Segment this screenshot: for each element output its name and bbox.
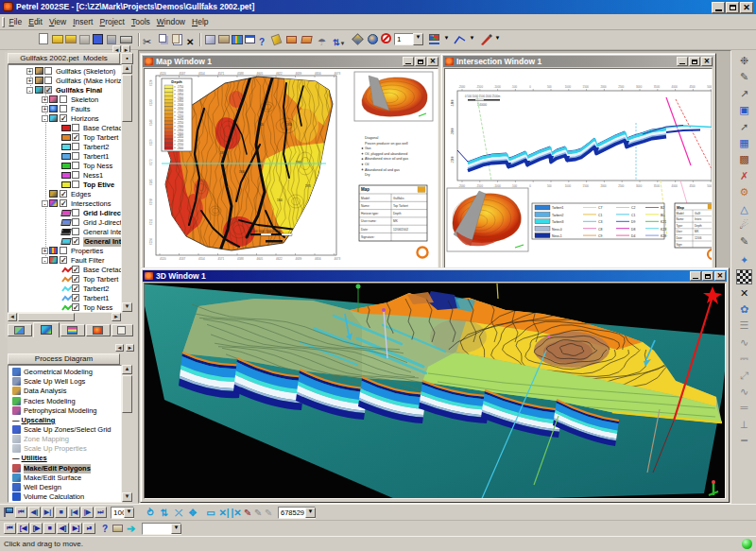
svg-text:4000: 4000: [672, 184, 679, 188]
svg-text:4656: 4656: [315, 257, 321, 261]
svg-text:1920: 1920: [258, 123, 264, 127]
svg-text:1950: 1950: [286, 123, 292, 127]
svg-text:C3: C3: [598, 220, 602, 224]
svg-text:4537: 4537: [180, 257, 186, 261]
svg-text:Oil: Oil: [365, 163, 369, 166]
svg-text:K28: K28: [661, 234, 666, 238]
svg-text:6172: 6172: [149, 159, 153, 165]
svg-text:C2: C2: [631, 206, 635, 210]
svg-text:Sign:: Sign:: [677, 243, 683, 247]
svg-text:5000: 5000: [707, 184, 713, 188]
svg-text:6211: 6211: [149, 218, 153, 225]
svg-text:-2200: -2200: [451, 156, 455, 164]
svg-text:Tarbert1: Tarbert1: [552, 206, 564, 210]
svg-text:4500: 4500: [689, 85, 696, 89]
svg-text:4622: 4622: [276, 257, 283, 261]
svg-text:K21: K21: [661, 220, 666, 224]
svg-text:C8: C8: [598, 228, 602, 232]
svg-text:-2600: -2600: [177, 146, 184, 150]
svg-text:-2000: -2000: [451, 128, 455, 135]
svg-text:-2000: -2000: [458, 184, 466, 188]
svg-text:Inters: Inters: [695, 217, 702, 221]
svg-text:Ness-0: Ness-0: [552, 228, 562, 232]
svg-text:Proven producer on gas well: Proven producer on gas well: [365, 142, 408, 146]
svg-text:Type:: Type:: [677, 224, 683, 228]
svg-text:4500: 4500: [689, 184, 696, 188]
svg-text:-1800: -1800: [451, 99, 455, 107]
svg-text:6224: 6224: [149, 238, 153, 245]
svg-text:6146: 6146: [149, 119, 153, 126]
svg-text:-1500: -1500: [476, 184, 484, 188]
svg-text:D4: D4: [631, 234, 635, 238]
svg-text:Gullf: Gullf: [695, 212, 700, 215]
svg-text:Map: Map: [361, 187, 369, 192]
svg-text:3000: 3000: [636, 184, 643, 188]
svg-text:2500: 2500: [618, 85, 625, 89]
svg-text:Diagonal: Diagonal: [365, 136, 378, 140]
svg-text:0 500 1000 1500 2000m: 0 500 1000 1500 2000m: [250, 230, 282, 233]
svg-text:Abandoned oil and gas: Abandoned oil and gas: [365, 168, 400, 172]
svg-text:4639: 4639: [296, 257, 302, 261]
svg-text:Depth: Depth: [171, 79, 182, 84]
svg-text:3000: 3000: [636, 85, 643, 89]
svg-text:-500: -500: [511, 184, 517, 188]
svg-text:3500: 3500: [654, 85, 661, 89]
svg-text:Horizon type:: Horizon type:: [361, 212, 379, 215]
svg-text:Tarbert2: Tarbert2: [552, 214, 564, 217]
svg-text:Signature:: Signature:: [361, 235, 375, 239]
svg-text:-2000: -2000: [458, 85, 466, 89]
svg-text:4673: 4673: [335, 72, 341, 76]
svg-text:4605: 4605: [257, 72, 264, 76]
svg-text:4588: 4588: [237, 257, 244, 261]
svg-text:6185: 6185: [149, 179, 153, 185]
svg-text:1900: 1900: [239, 170, 245, 174]
svg-text:C1: C1: [598, 214, 602, 217]
svg-text:C9: C9: [598, 234, 602, 238]
svg-text:4554: 4554: [198, 257, 205, 261]
svg-text:4639: 4639: [296, 72, 302, 76]
svg-text:2000: 2000: [600, 85, 607, 89]
svg-text:1500: 1500: [583, 85, 590, 89]
svg-text:4000: 4000: [672, 85, 679, 89]
svg-text:4656: 4656: [315, 72, 321, 76]
svg-text:3500: 3500: [654, 184, 661, 188]
svg-text:0 500 1000 1500 2000 250: 0 500 1000 1500 2000 2500m: [465, 95, 501, 98]
svg-text:1000: 1000: [565, 85, 572, 89]
svg-text:4673: 4673: [335, 257, 341, 261]
svg-text:6120: 6120: [149, 79, 153, 86]
svg-text:User name:: User name:: [361, 219, 377, 223]
svg-text:6198: 6198: [149, 198, 153, 205]
svg-text:4520: 4520: [160, 72, 166, 76]
svg-text:12/06: 12/06: [695, 236, 702, 240]
svg-text:-2200: -2200: [712, 156, 713, 164]
svg-text:4571: 4571: [218, 72, 225, 76]
svg-text:C7: C7: [598, 206, 602, 210]
svg-text:-1500: -1500: [476, 85, 484, 89]
svg-text:MK: MK: [695, 230, 698, 233]
svg-text:Ness-1: Ness-1: [552, 234, 562, 238]
svg-text:D9: D9: [631, 220, 635, 224]
svg-text:1940: 1940: [277, 198, 283, 202]
svg-text:12/06/2002: 12/06/2002: [393, 228, 408, 232]
svg-text:4622: 4622: [276, 72, 283, 76]
svg-text:-1800: -1800: [712, 99, 713, 107]
svg-text:Name:: Name:: [677, 217, 685, 221]
svg-text:C1: C1: [631, 214, 635, 217]
svg-text:-2000: -2000: [712, 128, 713, 135]
svg-text:4571: 4571: [218, 257, 225, 261]
svg-text:B2: B2: [661, 206, 664, 210]
svg-text:Model:: Model:: [361, 197, 370, 200]
svg-text:6159: 6159: [149, 139, 153, 146]
svg-text:4588: 4588: [237, 72, 244, 76]
svg-text:2000: 2000: [600, 184, 607, 188]
svg-text:Tarbert3: Tarbert3: [552, 220, 564, 224]
svg-text:K23: K23: [661, 228, 666, 232]
svg-text:Date:: Date:: [677, 236, 683, 240]
svg-text:2500: 2500: [618, 184, 625, 188]
svg-text:Model:: Model:: [677, 212, 685, 215]
svg-text:1880: 1880: [220, 151, 226, 155]
svg-text:D8: D8: [631, 228, 635, 232]
svg-text:1000: 1000: [565, 184, 572, 188]
svg-text:Gullfaks: Gullfaks: [393, 197, 404, 200]
svg-text:6133: 6133: [149, 99, 153, 106]
